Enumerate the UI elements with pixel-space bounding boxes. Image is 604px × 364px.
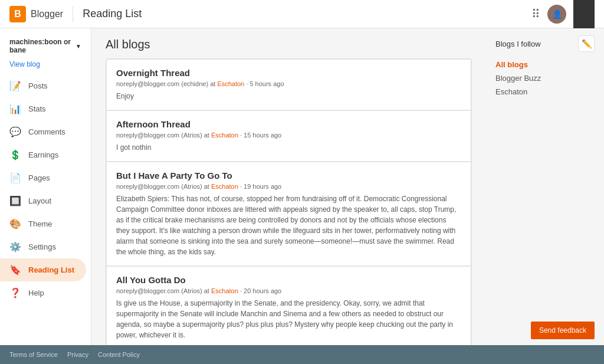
follow-blog-blogger-buzz[interactable]: Blogger Buzz [495, 71, 595, 85]
help-icon: ❓ [9, 287, 21, 299]
comments-label: Comments [28, 127, 65, 136]
post-title[interactable]: But I Have A Party To Go To [116, 170, 461, 181]
reading-list-icon: 🔖 [9, 264, 21, 276]
follow-blog-eschaton[interactable]: Eschaton [495, 85, 595, 99]
comments-icon: 💬 [9, 126, 21, 137]
post-excerpt: Elizabeth Spiers: This has not, of cours… [116, 194, 461, 257]
user-avatar[interactable]: 👤 [547, 5, 566, 24]
posts-icon: 📝 [9, 80, 21, 91]
post-meta-blog-link[interactable]: Eschaton [217, 80, 244, 87]
pages-icon: 📄 [9, 172, 21, 183]
post-meta-prefix: noreply@blogger.com (Atrios) at [116, 132, 211, 139]
send-feedback-button[interactable]: Send feedback [531, 322, 595, 339]
post-meta-prefix: noreply@blogger.com (Atrios) at [116, 183, 211, 190]
table-row: All You Gotta Do noreply@blogger.com (At… [106, 266, 471, 349]
post-meta-prefix: noreply@blogger.com (Atrios) at [116, 287, 211, 294]
footer-privacy-link[interactable]: Privacy [67, 351, 88, 358]
posts-label: Posts [28, 81, 48, 90]
post-meta-blog-link[interactable]: Eschaton [211, 132, 238, 139]
settings-label: Settings [28, 242, 56, 251]
footer-tos-link[interactable]: Terms of Service [9, 351, 58, 358]
blogs-follow-header: Blogs I follow ✏️ [495, 35, 595, 52]
blogs-follow-title: Blogs I follow [495, 40, 541, 48]
table-row: Afternoon Thread noreply@blogger.com (At… [106, 110, 471, 162]
post-excerpt: Enjoy [116, 91, 461, 101]
view-blog-link[interactable]: View blog [0, 59, 91, 74]
follow-blog-all[interactable]: All blogs [495, 58, 595, 71]
brand-name: Blogger [31, 9, 63, 19]
post-meta-prefix: noreply@blogger.com (echidne) at [116, 80, 217, 87]
layout-icon: 🔲 [9, 195, 21, 206]
page-title: Reading List [83, 8, 142, 20]
header-actions: ⠿ 👤 [531, 0, 595, 28]
earnings-icon: 💲 [9, 149, 21, 160]
settings-icon: ⚙️ [9, 241, 21, 252]
nav-stats[interactable]: 📊 Stats [0, 97, 86, 120]
post-meta-time: · 20 hours ago [238, 287, 281, 294]
right-panel: Blogs I follow ✏️ All blogs Blogger Buzz… [486, 28, 604, 364]
post-meta-time: · 15 hours ago [238, 132, 281, 139]
theme-label: Theme [28, 219, 52, 228]
reading-list-label: Reading List [28, 265, 74, 274]
pencil-icon: ✏️ [582, 39, 592, 48]
post-meta: noreply@blogger.com (Atrios) at Eschaton… [116, 183, 461, 190]
nav-theme[interactable]: 🎨 Theme [0, 212, 86, 235]
layout-label: Layout [28, 196, 51, 205]
dark-header-box [573, 0, 595, 28]
stats-icon: 📊 [9, 103, 21, 114]
table-row: But I Have A Party To Go To noreply@blog… [106, 162, 471, 266]
post-meta-blog-link[interactable]: Eschaton [211, 183, 238, 190]
post-meta-blog-link[interactable]: Eschaton [211, 287, 238, 294]
stats-label: Stats [28, 104, 46, 113]
nav-help[interactable]: ❓ Help [0, 281, 86, 304]
nav-posts[interactable]: 📝 Posts [0, 74, 86, 97]
edit-blogs-button[interactable]: ✏️ [578, 35, 595, 52]
main-content: All blogs Overnight Thread noreply@blogg… [91, 28, 486, 364]
footer-bar: Terms of Service Privacy Content Policy [0, 345, 604, 364]
blog-selector-name: machines:boon or bane [9, 38, 73, 54]
apps-grid-icon[interactable]: ⠿ [531, 7, 540, 21]
footer-content-policy-link[interactable]: Content Policy [98, 351, 140, 358]
sidebar: machines:boon or bane ▼ View blog 📝 Post… [0, 28, 91, 364]
posts-container: Overnight Thread noreply@blogger.com (ec… [106, 58, 472, 364]
logo-group: B Blogger [9, 6, 63, 22]
post-excerpt: Is give us the House, a supermajority in… [116, 298, 461, 340]
section-title: All blogs [106, 38, 472, 51]
pages-label: Pages [28, 173, 50, 182]
post-meta: noreply@blogger.com (echidne) at Eschato… [116, 80, 461, 87]
nav-layout[interactable]: 🔲 Layout [0, 189, 86, 212]
nav-pages[interactable]: 📄 Pages [0, 166, 86, 189]
header-divider [73, 6, 73, 22]
post-title[interactable]: All You Gotta Do [116, 275, 461, 285]
post-title[interactable]: Overnight Thread [116, 68, 461, 78]
post-meta-time: · 19 hours ago [238, 183, 281, 190]
app-header: B Blogger Reading List ⠿ 👤 [0, 0, 604, 28]
earnings-label: Earnings [28, 150, 58, 159]
app-body: machines:boon or bane ▼ View blog 📝 Post… [0, 28, 604, 364]
nav-reading-list[interactable]: 🔖 Reading List [0, 258, 86, 281]
post-meta: noreply@blogger.com (Atrios) at Eschaton… [116, 287, 461, 294]
post-meta: noreply@blogger.com (Atrios) at Eschaton… [116, 132, 461, 139]
table-row: Overnight Thread noreply@blogger.com (ec… [106, 59, 471, 110]
theme-icon: 🎨 [9, 218, 21, 229]
blog-selector[interactable]: machines:boon or bane ▼ [0, 33, 91, 59]
blog-selector-arrow-icon: ▼ [76, 43, 81, 50]
post-excerpt: I got nothin [116, 142, 461, 153]
post-title[interactable]: Afternoon Thread [116, 119, 461, 129]
post-meta-time: · 5 hours ago [244, 80, 284, 87]
help-label: Help [28, 288, 44, 297]
blogger-logo-icon: B [9, 6, 26, 22]
nav-comments[interactable]: 💬 Comments [0, 120, 86, 143]
nav-earnings[interactable]: 💲 Earnings [0, 143, 86, 166]
nav-settings[interactable]: ⚙️ Settings [0, 235, 86, 258]
